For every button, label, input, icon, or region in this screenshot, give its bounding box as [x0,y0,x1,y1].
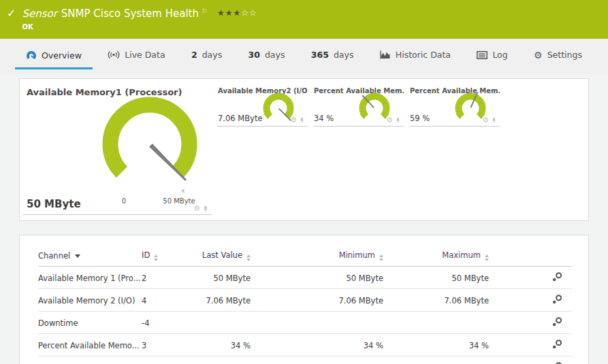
channel-row[interactable]: Available Memory 1 (Pro... 2 50 MByte 50… [38,267,572,289]
sort-both-icon [379,254,383,261]
sensor-header: ✓ Sensor SNMP Cisco System Health ⚐ ★★★☆… [0,0,608,39]
pin-icon[interactable] [202,205,209,213]
gear-icon[interactable]: ⚙ [482,116,489,125]
channel-minimum: 7.06 MByte [251,289,383,312]
broadcast-icon [108,50,120,59]
stars-filled[interactable]: ★★★ [217,8,241,18]
gauge-scale-max: 50 MByte [163,197,195,205]
channel-last-value: 34 % [182,334,251,357]
tab-30-days[interactable]: 30 days [238,47,296,67]
sensor-title: SNMP Cisco System Health [61,7,199,20]
gear-icon: ⚙ [534,51,543,59]
primary-gauge: x 0 50 MByte [92,93,208,208]
tab-label: Live Data [125,50,165,60]
channel-settings-icon[interactable] [552,340,562,351]
tab-log[interactable]: Log [466,47,518,67]
tab-bar: Overview Live Data 2 days 30 days 365 da… [0,39,608,74]
tab-label: Historic Data [396,50,451,60]
gear-icon[interactable]: ⚙ [290,116,297,125]
column-header-actions [489,245,572,267]
channel-name: Percent Available Memo... [38,334,142,357]
tab-label: Log [492,50,507,60]
object-kind-label: Sensor [22,7,57,20]
channel-maximum: 50 MByte [383,267,489,289]
tab-365-days[interactable]: 365 days [300,47,365,67]
column-header-channel[interactable]: Channel [38,245,142,267]
channel-settings-icon[interactable] [552,295,562,306]
column-header-minimum[interactable]: Minimum [251,245,383,267]
tab-settings[interactable]: ⚙ Settings [523,47,593,67]
tab-label: Settings [547,50,582,60]
gauge-value: 34 % [314,114,334,123]
channel-id: 2 [142,267,182,289]
tab-live-data[interactable]: Live Data [97,47,176,67]
channel-last-value: 59 % [182,357,251,364]
gear-icon[interactable]: ⚙ [386,116,393,125]
gauges-panel: Available Memory1 (Processor) x 0 50 MBy… [19,78,589,221]
channel-minimum: 50 MByte [251,267,383,289]
channel-name: Available Memory 1 (Pro... [38,267,142,289]
primary-gauge-tile: Available Memory1 (Processor) x 0 50 MBy… [22,83,212,215]
tab-label: days [202,50,223,60]
channel-row[interactable]: Percent Available Memo... 3 34 % 34 % 34… [38,334,572,357]
channel-id: 5 [142,357,182,364]
sort-both-icon [154,254,158,261]
sort-desc-icon [75,254,80,258]
tab-2-days[interactable]: 2 days [180,47,233,67]
tab-label: Overview [42,50,82,61]
channel-row[interactable]: Available Memory 2 (I/O) 4 7.06 MByte 7.… [38,289,572,312]
tab-number: 30 [249,50,260,60]
channel-maximum: 34 % [383,334,489,357]
priority-rating[interactable]: ★★★☆☆ [217,6,257,20]
tab-label: days [334,50,354,60]
tab-historic-data[interactable]: Historic Data [369,47,462,67]
pin-icon[interactable] [395,117,401,124]
tab-overview[interactable]: Overview [15,47,93,69]
gauge-icon [26,50,37,61]
channel-last-value: 7.06 MByte [182,289,251,312]
tab-number: 2 [191,50,197,60]
channel-table: Channel ID Last Value Minimum Maximum Av… [38,245,572,364]
gauge-tile-percent-memory-1: Percent Available Mem... 34 % ⚙ [313,84,404,127]
status-check-icon: ✓ [7,7,16,20]
gauge-value: 59 % [410,114,430,123]
gauge-value: 50 MByte [27,198,81,210]
gauge-value: 7.06 MByte [218,114,262,123]
log-icon [477,51,487,59]
gear-icon[interactable]: ⚙ [193,205,200,213]
channel-settings-icon[interactable] [552,272,562,284]
channel-last-value: 50 MByte [182,267,251,289]
channel-table-panel: Channel ID Last Value Minimum Maximum Av… [19,235,589,364]
channel-last-value [182,312,251,334]
channel-maximum: 7.06 MByte [383,289,489,312]
gauge-tile-available-memory2: Available Memory2 (I/O) 7.06 MByte ⚙ [217,84,308,127]
channel-maximum [383,312,489,334]
column-header-id[interactable]: ID [142,245,182,267]
channel-id: -4 [142,312,182,334]
channel-name: Downtime [38,312,142,334]
channel-id: 4 [142,289,182,312]
channel-name: Percent Available Memo... [38,357,142,364]
channel-minimum: 34 % [251,334,383,357]
tab-number: 365 [311,50,329,60]
gauge-scale-min: 0 [122,197,126,205]
channel-id: 3 [142,334,182,357]
channel-name: Available Memory 2 (I/O) [38,289,142,312]
column-header-maximum[interactable]: Maximum [383,245,489,267]
column-header-last-value[interactable]: Last Value [182,245,251,267]
status-badge: OK [22,23,257,31]
stars-empty[interactable]: ☆☆ [241,8,257,18]
gauge-tile-percent-memory-2: Percent Available Mem... 59 % ⚙ [409,84,500,127]
channel-row[interactable]: Downtime -4 [38,312,572,334]
channel-minimum: 59 % [251,357,383,364]
channel-maximum: 59 % [383,357,489,364]
flag-icon[interactable]: ⚐ [202,5,208,18]
pin-icon[interactable] [299,117,305,124]
needle-tip-marker: x [181,187,185,194]
sort-both-icon [485,254,489,261]
pin-icon[interactable] [491,117,497,124]
channel-minimum [251,312,383,334]
channel-row[interactable]: Percent Available Memo... 5 59 % 59 % 59… [38,357,572,364]
sort-both-icon [246,254,251,261]
channel-settings-icon[interactable] [552,317,562,329]
